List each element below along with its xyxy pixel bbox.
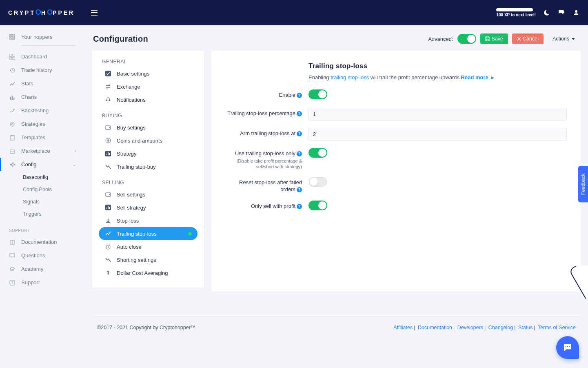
cfg-basic-settings[interactable]: Basic settings — [99, 67, 197, 80]
clock-icon — [104, 244, 112, 250]
footer-links: Affiliates| Documentation| Developers| C… — [393, 325, 576, 330]
sidebar-label: Templates — [21, 134, 45, 141]
chat-bubble-button[interactable] — [556, 336, 579, 359]
moon-icon[interactable] — [543, 9, 550, 16]
sidebar-questions[interactable]: Questions — [0, 249, 85, 262]
sidebar-support[interactable]: ? Support — [0, 276, 85, 289]
sidebar-charts[interactable]: Charts — [0, 90, 85, 104]
sidebar-trade-history[interactable]: Trade history — [0, 63, 85, 77]
help-icon[interactable]: ? — [297, 93, 302, 98]
cfg-sell-strategy[interactable]: Sell strategy — [99, 201, 197, 214]
cfg-label: Basic settings — [117, 71, 149, 77]
svg-rect-10 — [13, 54, 15, 56]
cfg-stop-loss[interactable]: Stop-loss — [99, 214, 197, 227]
reset-toggle[interactable] — [308, 177, 327, 187]
tsl-percentage-input[interactable] — [308, 108, 567, 120]
cfg-trailing-stop-loss[interactable]: Trailing stop-loss — [99, 227, 197, 240]
svg-rect-2 — [13, 34, 15, 36]
footer-link-documentation[interactable]: Documentation — [418, 325, 452, 330]
help-icon[interactable]: ? — [297, 111, 302, 116]
sidebar-label: Stats — [21, 80, 33, 87]
help-icon[interactable]: ? — [297, 131, 302, 136]
svg-rect-9 — [9, 54, 12, 56]
chart-icon — [9, 94, 16, 100]
sidebar-label: Dashboard — [21, 54, 47, 60]
user-icon[interactable] — [572, 9, 580, 16]
svg-rect-39 — [109, 207, 110, 209]
sidebar-academy[interactable]: Academy — [0, 262, 85, 276]
cfg-dca[interactable]: Dollar Cost Averaging — [99, 266, 197, 279]
backtest-icon — [9, 108, 16, 114]
sidebar-marketplace[interactable]: Marketplace › — [0, 144, 85, 158]
profit-toggle[interactable] — [308, 201, 327, 210]
menu-toggle-icon[interactable] — [91, 10, 98, 16]
clipboard-icon — [9, 135, 16, 141]
sidebar-your-hoppers[interactable]: Your hoppers — [0, 30, 85, 44]
header-actions: Advanced: Save Cancel Actions — [428, 33, 580, 44]
footer-link-affiliates[interactable]: Affiliates — [393, 325, 413, 330]
bar-icon — [104, 205, 112, 210]
cfg-label: Auto close — [117, 244, 142, 250]
save-icon — [485, 36, 490, 41]
advanced-toggle[interactable] — [457, 34, 476, 44]
stats-icon — [9, 81, 16, 87]
dollar-icon — [104, 270, 112, 276]
help-icon[interactable]: ? — [297, 204, 302, 209]
svg-rect-31 — [107, 154, 107, 155]
save-label: Save — [492, 36, 504, 42]
enable-toggle[interactable] — [308, 89, 327, 99]
save-button[interactable]: Save — [480, 33, 508, 44]
cfg-trailing-stop-buy[interactable]: Trailing stop-buy — [99, 160, 197, 173]
sidebar-backtesting[interactable]: Backtesting — [0, 104, 85, 117]
sidebar-sub-config-pools[interactable]: Config Pools — [0, 183, 85, 196]
help-icon[interactable]: ? — [297, 187, 302, 192]
cfg-strategy[interactable]: Strategy — [99, 147, 197, 160]
svg-rect-19 — [10, 136, 14, 140]
sidebar-label: Charts — [21, 94, 37, 100]
cfg-exchange[interactable]: Exchange — [99, 80, 197, 93]
read-more-link[interactable]: Read more ▸ — [461, 74, 494, 80]
store-icon — [9, 148, 16, 154]
footer-link-status[interactable]: Status — [518, 325, 533, 330]
svg-point-21 — [11, 164, 13, 165]
footer-link-terms[interactable]: Terms of Service — [538, 325, 576, 330]
form-title: Trailing stop-loss — [225, 62, 567, 70]
cancel-button[interactable]: Cancel — [512, 33, 544, 44]
tsl-doc-link[interactable]: trailing stop-loss — [331, 74, 369, 80]
xp-block[interactable]: 100 XP to next level! — [496, 8, 536, 17]
svg-rect-11 — [9, 57, 12, 60]
sidebar-strategies[interactable]: Strategies — [0, 117, 85, 131]
academy-icon — [9, 266, 16, 272]
cfg-shorting-settings[interactable]: Shorting settings — [99, 253, 197, 266]
sidebar-documentation[interactable]: Documentation — [0, 235, 85, 249]
sidebar-sub-baseconfig[interactable]: Baseconfig — [0, 171, 85, 183]
sidebar-sub-triggers[interactable]: Triggers — [0, 208, 85, 220]
chat-icon[interactable] — [558, 9, 565, 16]
cfg-notifications[interactable]: Notifications — [99, 93, 197, 106]
arm-tsl-input[interactable] — [308, 128, 567, 141]
config-form-panel: Trailing stop-loss Enabling trailing sto… — [211, 51, 581, 292]
cfg-label: Sell settings — [117, 192, 145, 198]
question-icon — [9, 253, 16, 259]
sidebar-config[interactable]: Config ⌄ — [0, 158, 85, 171]
feedback-tab[interactable]: Feedback — [578, 166, 588, 202]
brand-logo[interactable]: CRYPTOHOPPER — [8, 9, 75, 17]
sidebar-stats[interactable]: Stats — [0, 77, 85, 90]
svg-point-35 — [109, 194, 110, 195]
help-icon[interactable]: ? — [297, 151, 302, 156]
cfg-auto-close[interactable]: Auto close — [99, 240, 197, 253]
footer-link-changelog[interactable]: Changelog — [488, 325, 513, 330]
sidebar-templates[interactable]: Templates — [0, 131, 85, 144]
arrow-down-icon — [104, 218, 112, 223]
cfg-buy-settings[interactable]: Buy settings — [99, 121, 197, 134]
sidebar-sub-signals[interactable]: Signals — [0, 196, 85, 208]
cfg-label: Exchange — [117, 84, 140, 90]
cfg-coins-amounts[interactable]: Coins and amounts — [99, 134, 197, 147]
copyright: ©2017 - 2021 Copyright by Cryptohopper™ — [97, 325, 195, 330]
sidebar-dashboard[interactable]: Dashboard — [0, 50, 85, 63]
footer-link-developers[interactable]: Developers — [457, 325, 483, 330]
cfg-sell-settings[interactable]: Sell settings — [99, 188, 197, 201]
only-tsl-toggle[interactable] — [308, 148, 327, 158]
actions-dropdown[interactable]: Actions — [548, 33, 580, 44]
sidebar-label: Questions — [21, 252, 45, 259]
